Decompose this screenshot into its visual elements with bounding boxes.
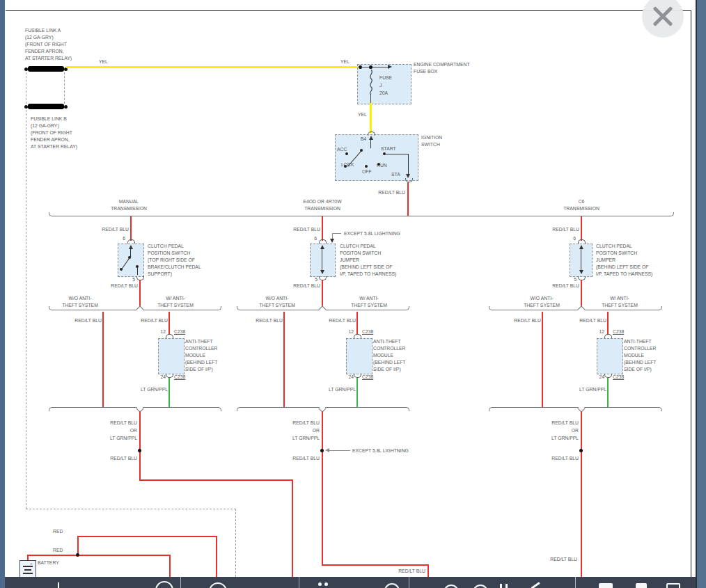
battery-label: BATTERY (38, 559, 59, 566)
wire-red-w (356, 312, 358, 335)
wire-red-down (169, 555, 171, 577)
start-contact-line (408, 154, 409, 175)
wo-antitheft-label: W/O ANTI- THEFT SYSTEM (249, 295, 305, 309)
circle-tool-icon-2[interactable] (209, 582, 227, 588)
document-icon[interactable] (666, 583, 680, 588)
diagram-viewer-screen: FUSIBLE LINK A (12 GA-GRY) (FRONT OF RIG… (0, 0, 706, 588)
junction-dot (320, 449, 324, 452)
wire-color-label: RED (53, 528, 63, 535)
close-button[interactable] (642, 0, 684, 38)
wire-color-label: RED/LT BLU (363, 189, 405, 196)
contact-dot (377, 163, 380, 166)
wire-red-merged (322, 411, 323, 566)
ignition-pos-start: START (381, 145, 396, 152)
wire-red-battery-1 (77, 536, 217, 537)
zoom-out-icon[interactable] (444, 585, 459, 588)
contact-dot (345, 152, 348, 155)
wire-color-label: RED/LT BLU (537, 455, 579, 462)
right-panel-edge[interactable] (696, 0, 706, 588)
bus-end-curl (49, 212, 53, 216)
arrow-right (388, 65, 392, 69)
component-label-3: CLUTCH PEDAL POSITON SWITCH JUMPER (BEHI… (596, 243, 652, 278)
pin-label: 24 (583, 374, 604, 381)
redo-icon[interactable] (384, 583, 400, 588)
bracket-curl (405, 407, 409, 411)
square-tool-icon-1[interactable] (599, 583, 613, 588)
bracket-curl (489, 407, 493, 411)
plus-icon[interactable] (58, 582, 59, 588)
grid-icon[interactable] (505, 584, 508, 588)
w-antitheft-label: W/ ANTI- THEFT SYSTEM (341, 295, 397, 309)
junction-dot (24, 67, 28, 71)
wire-red-wo (283, 312, 285, 407)
contact-dot (120, 268, 123, 271)
wire-color-label: RED/LT BLU (95, 455, 137, 462)
grid-icon[interactable] (500, 584, 502, 588)
bracket-curl (405, 306, 409, 310)
wire-color-label: YEL (358, 111, 367, 118)
left-panel-edge (0, 0, 5, 588)
bracket-curl (217, 306, 221, 310)
ignition-feed-line (370, 139, 371, 148)
dots-icon[interactable] (324, 582, 328, 586)
bracket-curl (49, 306, 53, 310)
wire-red-elbow (139, 479, 293, 481)
wire-color-label: RED/LT BLU (241, 317, 283, 324)
zoom-in-icon[interactable] (473, 585, 488, 588)
wire-color-label: RED/LT BLU (499, 317, 541, 324)
except-lightning-label: EXCEPT 5.8L LIGHTNING (344, 230, 400, 237)
wire-color-label: RED/LT BLU (538, 226, 579, 233)
bracket-peak (577, 305, 585, 313)
wire-color-label: RED/LT BLU (314, 317, 356, 324)
junction-dot (76, 553, 79, 557)
split-bracket (492, 310, 658, 310)
antitheft-module-label: ANTI-THEFT CONTROLLER MODULE (BEHIND LEF… (624, 338, 656, 373)
wire-green (607, 378, 609, 407)
antitheft-module-label: ANTI-THEFT CONTROLLER MODULE (BEHIND LEF… (373, 338, 405, 373)
jumper-line (581, 248, 581, 272)
wire-red (130, 216, 132, 241)
bottom-toolbar (5, 577, 696, 588)
dots-icon[interactable] (318, 582, 322, 586)
dashed-wire (26, 110, 26, 509)
bracket-curl (237, 306, 241, 310)
fusible-link-b-symbol (28, 104, 64, 109)
antitheft-module-box-1 (158, 338, 185, 374)
pin-label-b4: B4 (347, 136, 366, 143)
connector-label: C238 (362, 328, 373, 335)
wire-red-ignition-out (407, 182, 409, 216)
dashed-wire (26, 509, 236, 509)
circle-tool-icon-1[interactable] (155, 581, 173, 588)
connector-label: C238 (362, 374, 373, 381)
bracket-curl (658, 407, 662, 411)
pin-label: 6 (296, 235, 317, 242)
distribution-bus-line (52, 216, 670, 216)
dashed-wire (235, 509, 236, 577)
jumper-line (322, 248, 322, 272)
square-tool-icon-2[interactable] (636, 583, 647, 588)
branch-title-e4od: E4OD OR 4R70W TRANSMISSION (281, 198, 364, 212)
wire-color-label: RED/LT BLU OR LT GRN/PPL (530, 419, 579, 442)
contact-dot (360, 149, 363, 152)
wire-color-label: YEL (340, 58, 350, 65)
contact-dot (365, 165, 368, 168)
connector-arc-sta (405, 178, 413, 182)
w-antitheft-label: W/ ANTI- THEFT SYSTEM (148, 295, 203, 309)
wire-red-down (427, 564, 429, 577)
wire-color-label: LT GRN/PPL (307, 386, 356, 393)
pin-label: 24 (145, 374, 166, 381)
dashed-wire (26, 72, 26, 104)
toolbar-separator (409, 577, 409, 588)
junction-dot (138, 449, 141, 452)
connector-label: C238 (174, 328, 185, 335)
bracket-curl (49, 407, 53, 411)
antitheft-module-box-2 (346, 338, 372, 374)
share-icon[interactable] (531, 582, 540, 588)
bus-end-curl (670, 212, 674, 216)
wire-red-wo (102, 312, 104, 407)
connector-label: C238 (174, 374, 185, 381)
arrow-down (320, 270, 324, 274)
fusible-link-b-label: FUSIBLE LINK B (12 GA-GRY) (FRONT OF RIG… (31, 116, 77, 150)
connector-label: C238 (613, 328, 624, 335)
split-bracket (52, 310, 217, 310)
